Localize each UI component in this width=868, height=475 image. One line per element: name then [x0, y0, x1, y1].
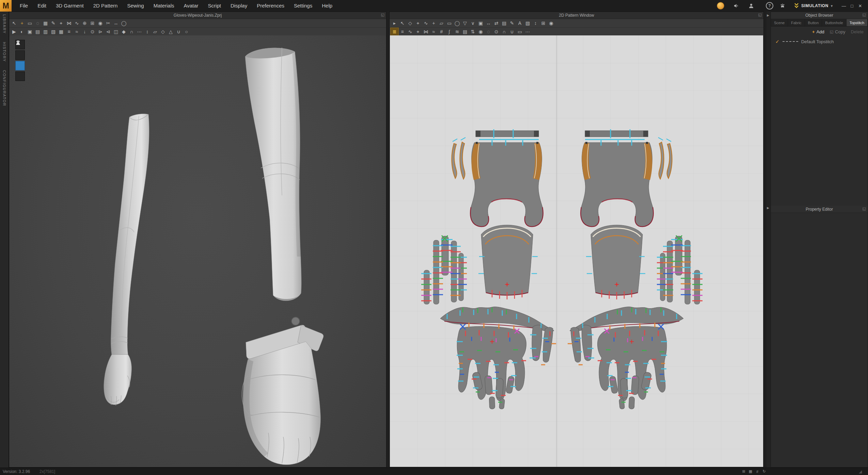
show-avatar-texture-button[interactable] — [15, 61, 25, 70]
pattern-display-icon[interactable]: ▤ — [34, 28, 42, 35]
circle-measure-icon[interactable]: ◯ — [120, 19, 128, 27]
left-tab-library[interactable]: LIBRARY — [2, 14, 6, 34]
ob-tab-fabric[interactable]: Fabric — [788, 19, 805, 26]
segment-sewing-icon[interactable]: ⋈ — [65, 19, 73, 27]
left-tab-configurator[interactable]: CONFIGURATOR — [2, 70, 6, 106]
notch-icon[interactable]: ∨ — [469, 19, 477, 27]
add-topstitch-button[interactable]: + Add — [812, 29, 824, 34]
dart-icon[interactable]: ▽ — [461, 19, 469, 27]
window-close-button[interactable]: ✕ — [856, 2, 864, 10]
menu-item-avatar[interactable]: Avatar — [179, 0, 203, 12]
speaker-icon[interactable] — [732, 2, 740, 10]
annotation-icon[interactable]: ✎ — [508, 19, 516, 27]
check-icon[interactable]: ✓ — [775, 39, 779, 44]
paw-icon[interactable] — [778, 2, 787, 10]
rectangle-select-icon[interactable]: ▭ — [26, 19, 34, 27]
circle-icon[interactable]: ◯ — [453, 19, 461, 27]
simulation-control[interactable]: SIMULATION ▾ — [794, 0, 833, 12]
grain-icon[interactable]: ↕ — [143, 28, 151, 35]
rectangle-icon[interactable]: ▭ — [445, 19, 453, 27]
property-editor-collapse-icon[interactable]: ▶ — [767, 206, 769, 210]
menu-item-help[interactable]: Help — [317, 0, 337, 12]
menu-item-edit[interactable]: Edit — [33, 0, 51, 12]
snap-toggle-icon[interactable]: # — [755, 469, 760, 474]
edit-topstitch-icon[interactable]: ≣ — [391, 28, 398, 35]
menu-item-file[interactable]: File — [15, 0, 33, 12]
menu-item-materials[interactable]: Materials — [149, 0, 179, 12]
edit-pattern-icon[interactable]: ◇ — [406, 19, 414, 27]
transform-pattern-icon[interactable]: ↖ — [398, 19, 406, 27]
info-icon[interactable]: ○ — [183, 28, 190, 35]
texture-editor-icon[interactable]: ▧ — [524, 19, 532, 27]
scissors-icon[interactable]: ✂ — [104, 19, 112, 27]
lasso-select-icon[interactable]: ◌ — [34, 19, 42, 27]
shirring-icon[interactable]: ≋ — [453, 28, 461, 35]
edit-curvature-icon[interactable]: ∿ — [422, 19, 430, 27]
seam-taping-icon[interactable]: ▭ — [516, 28, 524, 35]
menu-item-sewing[interactable]: Sewing — [122, 0, 148, 12]
pin-icon[interactable]: ⊕ — [81, 19, 89, 27]
show-avatar-button[interactable] — [15, 50, 25, 60]
object-browser-collapse-icon[interactable]: ▶ — [767, 14, 769, 17]
stitch-display-icon[interactable]: ⋯ — [136, 28, 143, 35]
menu-item-2d-pattern[interactable]: 2D Pattern — [89, 0, 123, 12]
move-gizmo-icon[interactable]: + — [18, 19, 26, 27]
layer-icon[interactable]: ◫ — [112, 28, 120, 35]
thickness-icon[interactable]: ≡ — [65, 28, 73, 35]
grading-icon[interactable]: ▤ — [500, 19, 508, 27]
right-arm-model[interactable] — [245, 48, 301, 301]
flatten-icon[interactable]: ▱ — [151, 28, 159, 35]
button-icon[interactable]: ◉ — [477, 28, 485, 35]
ob-tab-buttonhole[interactable]: Buttonhole — [822, 19, 846, 26]
3d-viewport[interactable] — [10, 35, 386, 467]
copy-topstitch-button[interactable]: ◱ Copy — [830, 29, 846, 34]
topstitch-list-item[interactable]: ✓ Default Topstitch — [771, 37, 868, 46]
grid-toggle-icon[interactable]: ⊞ — [741, 469, 746, 474]
ob-tab-button[interactable]: Button — [805, 19, 822, 26]
ob-tab-scene[interactable]: Scene — [771, 19, 788, 26]
texture-display-icon[interactable]: ▧ — [49, 28, 57, 35]
avatar-display-icon[interactable]: ◐ — [18, 28, 26, 35]
mesh-select-icon[interactable]: ▦ — [42, 19, 49, 27]
trace-icon[interactable]: ◇ — [159, 28, 167, 35]
polygon-icon[interactable]: ▱ — [438, 19, 445, 27]
buttonhole-icon[interactable]: ◌ — [485, 28, 492, 35]
glove-model[interactable] — [242, 317, 323, 465]
strengthen-icon[interactable]: ◆ — [120, 28, 128, 35]
left-tab-history[interactable]: HISTORY — [2, 42, 6, 62]
add-point-icon[interactable]: + — [430, 19, 438, 27]
piping-icon[interactable]: ∩ — [500, 28, 508, 35]
menu-item-3d-garment[interactable]: 3D Garment — [51, 0, 89, 12]
menu-item-script[interactable]: Script — [203, 0, 226, 12]
property-editor-expand-icon[interactable]: ◱ — [863, 207, 866, 211]
detach-icon[interactable]: ⊲ — [104, 28, 112, 35]
seamline-display-icon[interactable]: ▥ — [42, 28, 49, 35]
fasten-button-icon[interactable]: ⊙ — [492, 28, 500, 35]
2d-window-expand-icon[interactable]: ◱ — [758, 13, 762, 17]
3d-window-expand-icon[interactable]: ◱ — [381, 13, 384, 17]
measure-tape-icon[interactable]: ↔ — [112, 19, 120, 27]
select-arrow-icon[interactable]: ↖ — [10, 19, 18, 27]
free-topstitch-icon[interactable]: ∿ — [406, 28, 414, 35]
object-browser-header[interactable]: Object Browser ◱ — [771, 12, 868, 19]
grade-icon[interactable]: △ — [167, 28, 175, 35]
edit-point-icon[interactable]: ⌖ — [414, 19, 422, 27]
toolbar-collapse-icon[interactable]: ▸ — [391, 19, 398, 27]
2d-window-titlebar[interactable]: 2D Pattern Window ◱ — [390, 12, 763, 19]
seam-allowance-icon[interactable]: ▣ — [477, 19, 485, 27]
zipper-icon[interactable]: ⇅ — [469, 28, 477, 35]
window-maximize-button[interactable]: □ — [848, 2, 856, 10]
compare-length-icon[interactable]: ↔ — [485, 19, 492, 27]
coin-icon[interactable] — [716, 2, 725, 10]
ob-tab-topstitch[interactable]: Topstitch — [847, 19, 868, 26]
tape-3d-icon[interactable]: ∪ — [175, 28, 183, 35]
elastic-icon[interactable]: ∫ — [445, 28, 453, 35]
wind-icon[interactable]: ≈ — [73, 28, 81, 35]
grain-direction-icon[interactable]: ↕ — [532, 19, 539, 27]
menu-item-display[interactable]: Display — [226, 0, 252, 12]
tack-icon[interactable]: ◉ — [96, 19, 104, 27]
app-logo[interactable]: M — [0, 0, 12, 12]
window-minimize-button[interactable]: — — [840, 2, 848, 10]
property-editor-header[interactable]: Property Editor ◱ — [771, 206, 868, 213]
menu-item-preferences[interactable]: Preferences — [252, 0, 289, 12]
